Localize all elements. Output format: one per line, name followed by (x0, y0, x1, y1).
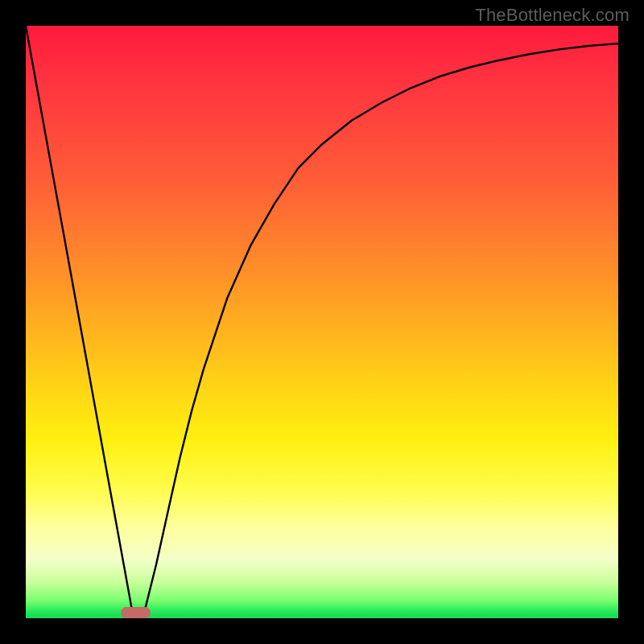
chart-frame: TheBottleneck.com (0, 0, 644, 644)
attribution-text: TheBottleneck.com (475, 5, 630, 26)
plot-area (26, 26, 618, 618)
optimum-marker (121, 607, 151, 618)
curve-path (26, 26, 618, 613)
bottleneck-curve (26, 26, 618, 618)
